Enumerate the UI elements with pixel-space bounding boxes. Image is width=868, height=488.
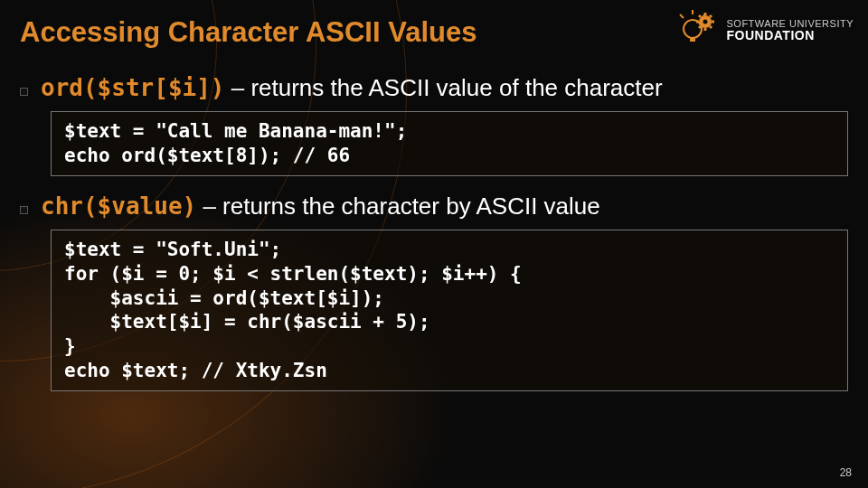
- lightbulb-gear-icon: [678, 9, 720, 51]
- slide-number: 28: [840, 466, 852, 479]
- logo-text: SOFTWARE UNIVERSITY FOUNDATION: [727, 19, 854, 42]
- function-name-ord: ord($str[$i]): [41, 74, 225, 101]
- code-block-2: $text = "Soft.Uni"; for ($i = 0; $i < st…: [51, 230, 848, 391]
- svg-line-8: [710, 26, 712, 28]
- logo: SOFTWARE UNIVERSITY FOUNDATION: [678, 9, 854, 51]
- bullet-ord: ord($str[$i]) – returns the ASCII value …: [20, 74, 848, 102]
- svg-point-2: [703, 20, 707, 24]
- svg-line-9: [699, 26, 701, 28]
- content-area: ord($str[$i]) – returns the ASCII value …: [20, 74, 848, 408]
- bullet-desc: – returns the character by ASCII value: [196, 192, 600, 220]
- bullet-marker-icon: [20, 88, 28, 96]
- function-name-chr: chr($value): [41, 192, 196, 220]
- svg-line-10: [710, 15, 712, 17]
- bullet-chr: chr($value) – returns the character by A…: [20, 192, 848, 221]
- code-block-1: $text = "Call me Banana-man!"; echo ord(…: [51, 111, 848, 176]
- page-title: Accessing Character ASCII Values: [20, 16, 476, 49]
- svg-line-7: [699, 15, 701, 17]
- bullet-marker-icon: [20, 206, 28, 214]
- bullet-desc: – returns the ASCII value of the charact…: [225, 74, 663, 101]
